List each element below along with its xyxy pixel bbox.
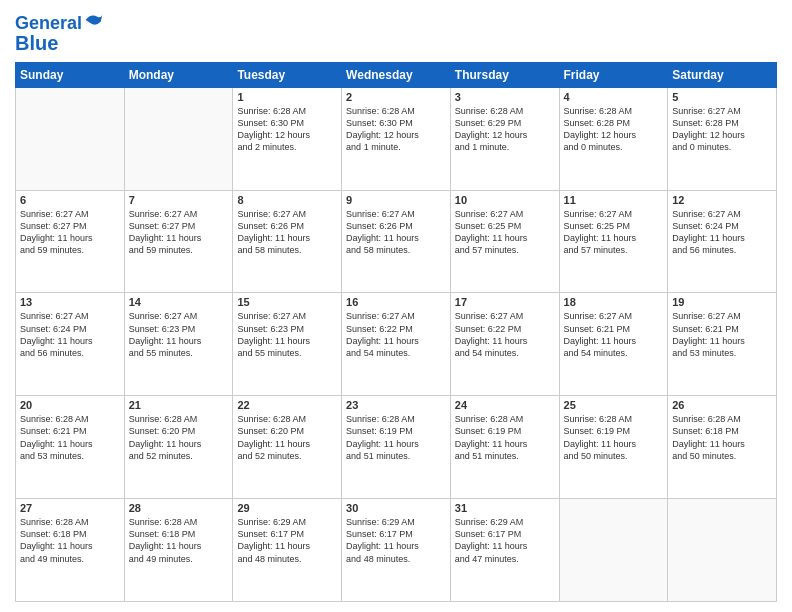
- calendar-cell: 26Sunrise: 6:28 AM Sunset: 6:18 PM Dayli…: [668, 396, 777, 499]
- calendar-cell: 1Sunrise: 6:28 AM Sunset: 6:30 PM Daylig…: [233, 87, 342, 190]
- week-row-5: 27Sunrise: 6:28 AM Sunset: 6:18 PM Dayli…: [16, 499, 777, 602]
- day-number: 26: [672, 399, 772, 411]
- calendar-cell: [668, 499, 777, 602]
- cell-content: Sunrise: 6:27 AM Sunset: 6:21 PM Dayligh…: [672, 310, 772, 359]
- calendar-cell: 11Sunrise: 6:27 AM Sunset: 6:25 PM Dayli…: [559, 190, 668, 293]
- calendar-cell: 19Sunrise: 6:27 AM Sunset: 6:21 PM Dayli…: [668, 293, 777, 396]
- cell-content: Sunrise: 6:27 AM Sunset: 6:27 PM Dayligh…: [129, 208, 229, 257]
- day-number: 4: [564, 91, 664, 103]
- weekday-header-row: SundayMondayTuesdayWednesdayThursdayFrid…: [16, 62, 777, 87]
- day-number: 29: [237, 502, 337, 514]
- cell-content: Sunrise: 6:27 AM Sunset: 6:25 PM Dayligh…: [564, 208, 664, 257]
- weekday-header-saturday: Saturday: [668, 62, 777, 87]
- cell-content: Sunrise: 6:29 AM Sunset: 6:17 PM Dayligh…: [455, 516, 555, 565]
- day-number: 17: [455, 296, 555, 308]
- cell-content: Sunrise: 6:27 AM Sunset: 6:27 PM Dayligh…: [20, 208, 120, 257]
- calendar-cell: 3Sunrise: 6:28 AM Sunset: 6:29 PM Daylig…: [450, 87, 559, 190]
- cell-content: Sunrise: 6:28 AM Sunset: 6:29 PM Dayligh…: [455, 105, 555, 154]
- cell-content: Sunrise: 6:28 AM Sunset: 6:30 PM Dayligh…: [346, 105, 446, 154]
- calendar-cell: 4Sunrise: 6:28 AM Sunset: 6:28 PM Daylig…: [559, 87, 668, 190]
- cell-content: Sunrise: 6:28 AM Sunset: 6:20 PM Dayligh…: [237, 413, 337, 462]
- cell-content: Sunrise: 6:28 AM Sunset: 6:21 PM Dayligh…: [20, 413, 120, 462]
- cell-content: Sunrise: 6:28 AM Sunset: 6:28 PM Dayligh…: [564, 105, 664, 154]
- day-number: 16: [346, 296, 446, 308]
- calendar-cell: 5Sunrise: 6:27 AM Sunset: 6:28 PM Daylig…: [668, 87, 777, 190]
- cell-content: Sunrise: 6:29 AM Sunset: 6:17 PM Dayligh…: [346, 516, 446, 565]
- weekday-header-friday: Friday: [559, 62, 668, 87]
- cell-content: Sunrise: 6:27 AM Sunset: 6:26 PM Dayligh…: [237, 208, 337, 257]
- day-number: 13: [20, 296, 120, 308]
- weekday-header-wednesday: Wednesday: [342, 62, 451, 87]
- cell-content: Sunrise: 6:28 AM Sunset: 6:18 PM Dayligh…: [129, 516, 229, 565]
- weekday-header-tuesday: Tuesday: [233, 62, 342, 87]
- logo: General Blue: [15, 14, 104, 54]
- weekday-header-sunday: Sunday: [16, 62, 125, 87]
- calendar-cell: 13Sunrise: 6:27 AM Sunset: 6:24 PM Dayli…: [16, 293, 125, 396]
- day-number: 1: [237, 91, 337, 103]
- day-number: 21: [129, 399, 229, 411]
- cell-content: Sunrise: 6:28 AM Sunset: 6:30 PM Dayligh…: [237, 105, 337, 154]
- day-number: 25: [564, 399, 664, 411]
- day-number: 18: [564, 296, 664, 308]
- cell-content: Sunrise: 6:28 AM Sunset: 6:18 PM Dayligh…: [672, 413, 772, 462]
- calendar-cell: 31Sunrise: 6:29 AM Sunset: 6:17 PM Dayli…: [450, 499, 559, 602]
- day-number: 23: [346, 399, 446, 411]
- cell-content: Sunrise: 6:27 AM Sunset: 6:26 PM Dayligh…: [346, 208, 446, 257]
- calendar-cell: 23Sunrise: 6:28 AM Sunset: 6:19 PM Dayli…: [342, 396, 451, 499]
- day-number: 7: [129, 194, 229, 206]
- cell-content: Sunrise: 6:27 AM Sunset: 6:22 PM Dayligh…: [346, 310, 446, 359]
- day-number: 10: [455, 194, 555, 206]
- calendar-cell: 21Sunrise: 6:28 AM Sunset: 6:20 PM Dayli…: [124, 396, 233, 499]
- calendar-page: General Blue SundayMondayTuesdayWednesda…: [0, 0, 792, 612]
- week-row-3: 13Sunrise: 6:27 AM Sunset: 6:24 PM Dayli…: [16, 293, 777, 396]
- calendar-cell: 25Sunrise: 6:28 AM Sunset: 6:19 PM Dayli…: [559, 396, 668, 499]
- calendar-table: SundayMondayTuesdayWednesdayThursdayFrid…: [15, 62, 777, 602]
- calendar-cell: 7Sunrise: 6:27 AM Sunset: 6:27 PM Daylig…: [124, 190, 233, 293]
- day-number: 15: [237, 296, 337, 308]
- week-row-4: 20Sunrise: 6:28 AM Sunset: 6:21 PM Dayli…: [16, 396, 777, 499]
- weekday-header-monday: Monday: [124, 62, 233, 87]
- calendar-cell: [124, 87, 233, 190]
- cell-content: Sunrise: 6:27 AM Sunset: 6:24 PM Dayligh…: [672, 208, 772, 257]
- calendar-cell: 20Sunrise: 6:28 AM Sunset: 6:21 PM Dayli…: [16, 396, 125, 499]
- day-number: 28: [129, 502, 229, 514]
- header: General Blue: [15, 10, 777, 54]
- calendar-cell: 10Sunrise: 6:27 AM Sunset: 6:25 PM Dayli…: [450, 190, 559, 293]
- cell-content: Sunrise: 6:28 AM Sunset: 6:18 PM Dayligh…: [20, 516, 120, 565]
- calendar-cell: 14Sunrise: 6:27 AM Sunset: 6:23 PM Dayli…: [124, 293, 233, 396]
- cell-content: Sunrise: 6:28 AM Sunset: 6:19 PM Dayligh…: [455, 413, 555, 462]
- cell-content: Sunrise: 6:27 AM Sunset: 6:28 PM Dayligh…: [672, 105, 772, 154]
- day-number: 22: [237, 399, 337, 411]
- calendar-cell: 27Sunrise: 6:28 AM Sunset: 6:18 PM Dayli…: [16, 499, 125, 602]
- day-number: 14: [129, 296, 229, 308]
- calendar-cell: 16Sunrise: 6:27 AM Sunset: 6:22 PM Dayli…: [342, 293, 451, 396]
- logo-icon: [84, 10, 104, 30]
- day-number: 19: [672, 296, 772, 308]
- day-number: 2: [346, 91, 446, 103]
- calendar-cell: 2Sunrise: 6:28 AM Sunset: 6:30 PM Daylig…: [342, 87, 451, 190]
- cell-content: Sunrise: 6:28 AM Sunset: 6:19 PM Dayligh…: [564, 413, 664, 462]
- calendar-cell: 17Sunrise: 6:27 AM Sunset: 6:22 PM Dayli…: [450, 293, 559, 396]
- day-number: 11: [564, 194, 664, 206]
- day-number: 9: [346, 194, 446, 206]
- cell-content: Sunrise: 6:27 AM Sunset: 6:23 PM Dayligh…: [129, 310, 229, 359]
- weekday-header-thursday: Thursday: [450, 62, 559, 87]
- calendar-cell: 18Sunrise: 6:27 AM Sunset: 6:21 PM Dayli…: [559, 293, 668, 396]
- day-number: 30: [346, 502, 446, 514]
- cell-content: Sunrise: 6:27 AM Sunset: 6:22 PM Dayligh…: [455, 310, 555, 359]
- calendar-cell: 9Sunrise: 6:27 AM Sunset: 6:26 PM Daylig…: [342, 190, 451, 293]
- calendar-cell: 29Sunrise: 6:29 AM Sunset: 6:17 PM Dayli…: [233, 499, 342, 602]
- calendar-cell: 30Sunrise: 6:29 AM Sunset: 6:17 PM Dayli…: [342, 499, 451, 602]
- cell-content: Sunrise: 6:27 AM Sunset: 6:24 PM Dayligh…: [20, 310, 120, 359]
- day-number: 3: [455, 91, 555, 103]
- day-number: 20: [20, 399, 120, 411]
- calendar-cell: [16, 87, 125, 190]
- day-number: 31: [455, 502, 555, 514]
- day-number: 24: [455, 399, 555, 411]
- day-number: 27: [20, 502, 120, 514]
- cell-content: Sunrise: 6:27 AM Sunset: 6:25 PM Dayligh…: [455, 208, 555, 257]
- calendar-cell: 28Sunrise: 6:28 AM Sunset: 6:18 PM Dayli…: [124, 499, 233, 602]
- calendar-cell: 6Sunrise: 6:27 AM Sunset: 6:27 PM Daylig…: [16, 190, 125, 293]
- logo-blue: Blue: [15, 32, 104, 54]
- cell-content: Sunrise: 6:27 AM Sunset: 6:23 PM Dayligh…: [237, 310, 337, 359]
